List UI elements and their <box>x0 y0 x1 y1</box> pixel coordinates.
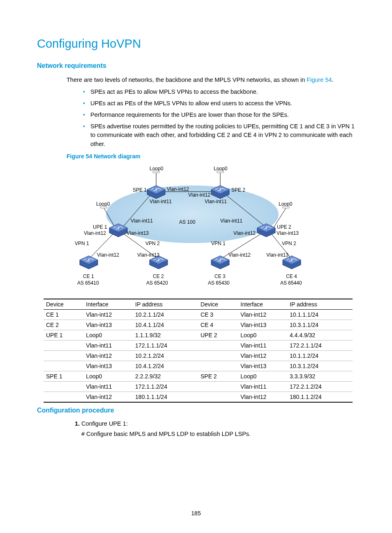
label-vpn2-right: VPN 2 <box>282 241 296 246</box>
table-cell: 10.2.1.2/24 <box>133 350 198 361</box>
table-cell: Vlan-int13 <box>238 361 287 371</box>
figure-link[interactable]: Figure 54 <box>307 76 332 83</box>
label-vlan11-spe1down: Vlan-int11 <box>150 199 172 204</box>
table-cell <box>44 392 83 402</box>
table-cell: 10.1.1.1/24 <box>287 309 353 320</box>
label-loop0-upe2: Loop0 <box>279 201 293 207</box>
label-vlan11-spe2down: Vlan-int11 <box>205 199 227 204</box>
table-cell: 3.3.3.9/32 <box>287 371 353 381</box>
label-vlan13-ce4: Vlan-int13 <box>266 252 288 258</box>
table-row: UPE 1Loop01.1.1.9/32UPE 2Loop04.4.4.9/32 <box>44 330 353 340</box>
table-cell: Vlan-int12 <box>83 350 133 361</box>
table-cell <box>198 340 238 350</box>
requirements-list: SPEs act as PEs to allow MPLS VPNs to ac… <box>81 88 355 149</box>
table-cell: CE 1 <box>44 309 83 320</box>
intro-text-pre: There are two levels of networks, the ba… <box>67 76 307 83</box>
intro-paragraph: There are two levels of networks, the ba… <box>67 76 355 85</box>
table-cell <box>198 392 238 402</box>
table-cell <box>198 350 238 361</box>
table-row: SPE 1Loop02.2.2.9/32SPE 2Loop03.3.3.9/32 <box>44 371 353 381</box>
step-1-body: # Configure basic MPLS and MPLS LDP to e… <box>81 429 355 439</box>
table-cell: 180.1.1.1/24 <box>133 392 198 402</box>
table-cell: SPE 1 <box>44 371 83 381</box>
table-row: CE 1Vlan-int1210.2.1.1/24CE 3Vlan-int121… <box>44 309 353 320</box>
label-vlan11-upe2up: Vlan-int11 <box>220 218 242 224</box>
table-cell: 1.1.1.9/32 <box>133 330 198 340</box>
svg-rect-16 <box>100 206 107 208</box>
table-header-row: Device Interface IP address Device Inter… <box>44 299 353 310</box>
step-1-title: Configure UPE 1: <box>81 420 128 427</box>
table-cell: Loop0 <box>238 330 287 340</box>
label-vpn1-right: VPN 1 <box>211 241 226 246</box>
table-cell: 4.4.4.9/32 <box>287 330 353 340</box>
svg-rect-14 <box>153 171 159 173</box>
table-cell: 10.3.1.1/24 <box>287 320 353 330</box>
table-row: CE 2Vlan-int1310.4.1.1/24CE 4Vlan-int131… <box>44 320 353 330</box>
th-ip-2: IP address <box>287 299 353 310</box>
table-row: Vlan-int1310.4.1.2/24Vlan-int1310.3.1.2/… <box>44 361 353 371</box>
th-interface-1: Interface <box>83 299 133 310</box>
table-cell <box>44 361 83 371</box>
step-1: Configure UPE 1: # Configure basic MPLS … <box>81 419 355 439</box>
table-cell: Vlan-int11 <box>83 381 133 392</box>
network-diagram: Loop0 Loop0 SPE 1 SPE 2 Vlan-int12 Vlan-… <box>57 163 355 296</box>
label-ce1: CE 1 <box>83 273 94 279</box>
label-ce3: CE 3 <box>214 273 226 279</box>
label-vlan12-ce1: Vlan-int12 <box>97 252 119 258</box>
label-as65420: AS 65420 <box>146 280 168 286</box>
table-row: Vlan-int11172.1.1.2/24Vlan-int11172.2.1.… <box>44 381 353 392</box>
table-cell: 10.2.1.1/24 <box>133 309 198 320</box>
table-cell: 172.2.1.1/24 <box>287 340 353 350</box>
list-item: SPEs act as PEs to allow MPLS VPNs to ac… <box>81 88 355 97</box>
table-cell: 10.1.1.2/24 <box>287 350 353 361</box>
table-cell: CE 4 <box>198 320 238 330</box>
label-ce4: CE 4 <box>286 273 297 279</box>
table-cell: UPE 1 <box>44 330 83 340</box>
label-vlan12-ce3: Vlan-int12 <box>228 252 251 258</box>
list-item: Performance requirements for the UPEs ar… <box>81 111 355 120</box>
list-item: UPEs act as PEs of the MPLS VPNs to allo… <box>81 99 355 108</box>
label-vlan13-ce2: Vlan-int13 <box>137 252 159 258</box>
table-row: Vlan-int12180.1.1.1/24Vlan-int12180.1.1.… <box>44 392 353 402</box>
table-cell: Vlan-int13 <box>83 361 133 371</box>
label-vlan12-spe2: Vlan-int12 <box>188 192 210 198</box>
table-cell: 172.1.1.1/24 <box>133 340 198 350</box>
table-cell: Vlan-int12 <box>238 309 287 320</box>
table-cell: Vlan-int12 <box>238 392 287 402</box>
table-cell: CE 2 <box>44 320 83 330</box>
table-cell <box>198 381 238 392</box>
th-device-2: Device <box>198 299 238 310</box>
list-item: SPEs advertise routes permitted by the r… <box>81 122 355 149</box>
ip-address-table: Device Interface IP address Device Inter… <box>44 299 353 403</box>
label-loop0-spe1: Loop0 <box>150 166 164 171</box>
svg-rect-17 <box>283 206 289 208</box>
table-cell <box>44 350 83 361</box>
label-vpn1-left: VPN 1 <box>75 241 89 246</box>
table-cell <box>198 361 238 371</box>
table-cell: Vlan-int11 <box>238 381 287 392</box>
label-as65410: AS 65410 <box>77 280 99 286</box>
label-upe1: UPE 1 <box>93 224 107 230</box>
th-interface-2: Interface <box>238 299 287 310</box>
table-cell: Loop0 <box>83 371 133 381</box>
table-cell: 172.1.1.2/24 <box>133 381 198 392</box>
table-cell: 2.2.2.9/32 <box>133 371 198 381</box>
configuration-procedure-heading: Configuration procedure <box>37 407 355 414</box>
label-upe2: UPE 2 <box>277 224 291 230</box>
table-row: Vlan-int11172.1.1.1/24Vlan-int11172.2.1.… <box>44 340 353 350</box>
table-cell: 172.2.1.2/24 <box>287 381 353 392</box>
label-loop0-spe2: Loop0 <box>214 166 228 171</box>
label-vlan11-upe1up: Vlan-int11 <box>131 218 153 224</box>
label-vlan13-upe1: Vlan-int13 <box>127 230 149 236</box>
label-vlan12-upe2: Vlan-int12 <box>233 230 256 236</box>
table-cell: Vlan-int12 <box>238 350 287 361</box>
table-cell <box>44 340 83 350</box>
th-ip-1: IP address <box>133 299 198 310</box>
table-cell: 180.1.1.2/24 <box>287 392 353 402</box>
label-as65430: AS 65430 <box>208 280 230 286</box>
table-cell <box>44 381 83 392</box>
table-cell: Vlan-int11 <box>83 340 133 350</box>
figure-caption: Figure 54 Network diagram <box>67 153 355 160</box>
table-cell: Loop0 <box>238 371 287 381</box>
label-vlan12-upe1: Vlan-int12 <box>84 230 106 236</box>
